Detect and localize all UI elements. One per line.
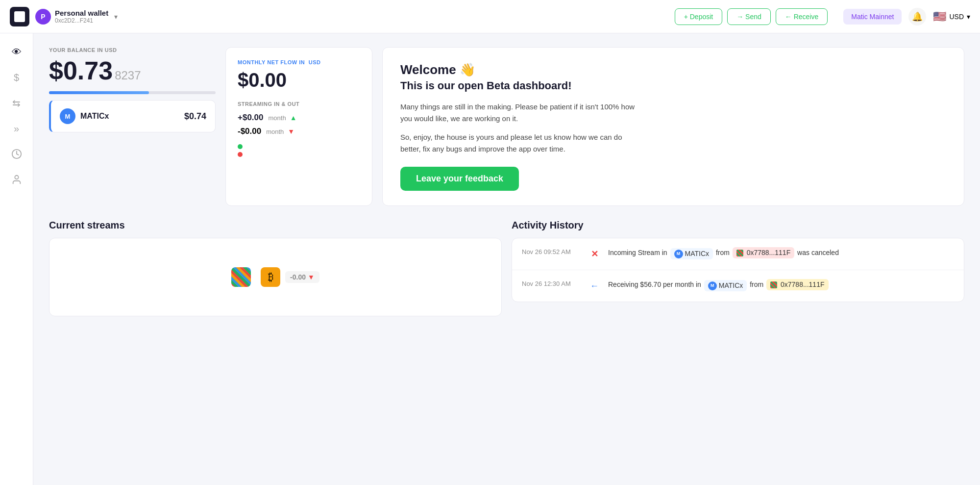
stream-visual: ₿ -0.00 ▼ xyxy=(231,267,319,287)
activity-section: Activity History Nov 26 09:52 AM ✕ Incom… xyxy=(512,220,964,316)
sidebar-item-more[interactable]: » xyxy=(6,118,27,139)
token-amount: $0.74 xyxy=(184,111,206,122)
wallet-text: Personal wallet 0xc2D2...F241 xyxy=(55,9,108,24)
activity-time-2: Nov 26 12:30 AM xyxy=(522,280,581,287)
top-nav: P Personal wallet 0xc2D2...F241 ▾ + Depo… xyxy=(0,0,980,33)
balance-bar-track xyxy=(49,91,216,94)
svg-point-1 xyxy=(15,176,18,179)
welcome-body-2: So, enjoy, the house is yours and please… xyxy=(400,131,636,155)
activity-address-badge-1: 0x7788...111F xyxy=(733,247,794,258)
balance-amount: $0.73 8237 xyxy=(49,56,216,85)
activity-row-2: Nov 26 12:30 AM ← Receiving $56.70 per m… xyxy=(512,270,964,302)
activity-address-badge-2: 0x7788...111F xyxy=(766,279,828,290)
streams-title: Current streams xyxy=(49,220,502,231)
deposit-button[interactable]: + Deposit xyxy=(675,8,723,25)
activity-token-badge-1: M MATICx xyxy=(670,248,713,259)
streams-card: ₿ -0.00 ▼ xyxy=(49,238,502,316)
activity-cancel-icon: ✕ xyxy=(588,247,601,261)
activity-desc-2: Receiving $56.70 per month in M MATICx f… xyxy=(608,279,954,291)
balance-bar-fill xyxy=(49,91,149,94)
main-layout: 👁 $ ⇆ » YOUR BALANCE IN USD $0.73 8237 xyxy=(0,33,980,485)
stream-receiver-avatar: ₿ xyxy=(261,267,280,287)
sidebar-item-eye[interactable]: 👁 xyxy=(6,41,27,63)
wallet-address: 0xc2D2...F241 xyxy=(55,17,108,24)
activity-time-1: Nov 26 09:52 AM xyxy=(522,248,581,255)
logo-icon xyxy=(14,11,25,22)
welcome-card: Welcome 👋 This is our open Beta dashboar… xyxy=(382,47,964,206)
stream-out-row: -$0.00 month ▼ xyxy=(238,127,360,136)
send-button[interactable]: → Send xyxy=(727,8,771,25)
wallet-selector[interactable]: P Personal wallet 0xc2D2...F241 ▾ xyxy=(35,9,118,25)
stream-badge-amount: -0.00 xyxy=(290,273,306,281)
stream-out-period: month xyxy=(266,128,284,135)
balance-label: YOUR BALANCE IN USD xyxy=(49,47,216,53)
balance-small-value: 8237 xyxy=(115,69,141,82)
activity-row: Nov 26 09:52 AM ✕ Incoming Stream in M M… xyxy=(512,238,964,270)
sidebar-item-history[interactable] xyxy=(6,143,27,165)
sidebar-item-transfer[interactable]: ⇆ xyxy=(6,92,27,114)
receive-button[interactable]: ← Receive xyxy=(776,8,828,25)
dot-green-icon xyxy=(238,144,243,149)
main-content: YOUR BALANCE IN USD $0.73 8237 M MATICx … xyxy=(33,33,980,485)
nav-actions: + Deposit → Send ← Receive xyxy=(675,8,828,25)
stream-dots xyxy=(238,144,360,157)
welcome-title: Welcome 👋 xyxy=(400,62,946,77)
feedback-button[interactable]: Leave your feedback xyxy=(400,167,519,191)
activity-token-badge-2: M MATICx xyxy=(704,280,747,291)
notification-bell-button[interactable]: 🔔 xyxy=(908,8,926,26)
network-button[interactable]: Matic Mainnet xyxy=(843,9,902,25)
activity-title: Activity History xyxy=(512,220,964,231)
balance-big-value: $0.73 xyxy=(49,56,113,85)
sidebar-item-dollar[interactable]: $ xyxy=(6,67,27,88)
wallet-avatar: P xyxy=(35,9,51,25)
activity-arrow-icon: ← xyxy=(588,279,601,293)
flow-card: MONTHLY NET FLOW IN USD $0.00 STREAMING … xyxy=(225,47,372,206)
token-info: M MATICx xyxy=(60,108,109,124)
dot-red-icon xyxy=(238,152,243,157)
welcome-body-1: Many things are still in the making. Ple… xyxy=(400,101,636,125)
stream-sender-avatar xyxy=(231,267,251,287)
mini-token-icon: M xyxy=(674,250,683,258)
activity-card: Nov 26 09:52 AM ✕ Incoming Stream in M M… xyxy=(512,238,964,302)
flow-amount: $0.00 xyxy=(238,69,360,91)
flag-icon: 🇺🇸 xyxy=(933,10,946,23)
wallet-name: Personal wallet xyxy=(55,9,108,17)
nav-right: Matic Mainnet 🔔 🇺🇸 USD ▾ xyxy=(843,8,970,26)
welcome-subtitle: This is our open Beta dashboard! xyxy=(400,79,946,92)
stream-out-amount: -$0.00 xyxy=(238,127,261,136)
currency-chevron-down-icon: ▾ xyxy=(967,13,970,21)
stream-in-amount: +$0.00 xyxy=(238,113,263,123)
stream-amount-badge: -0.00 ▼ xyxy=(285,271,319,283)
stream-down-arrow-icon: ▼ xyxy=(288,128,294,135)
streaming-label: STREAMING IN & OUT xyxy=(238,101,360,107)
token-icon: M xyxy=(60,108,75,124)
app-logo xyxy=(10,7,29,26)
sidebar: 👁 $ ⇆ » xyxy=(0,33,33,485)
left-arrow-icon: ← xyxy=(590,281,599,291)
wallet-chevron-down-icon[interactable]: ▾ xyxy=(114,13,118,21)
stream-up-arrow-icon: ▲ xyxy=(290,114,297,122)
currency-label: USD xyxy=(949,13,964,21)
streams-section: Current streams ₿ -0.00 ▼ xyxy=(49,220,502,316)
token-name: MATICx xyxy=(80,112,109,121)
flow-label: MONTHLY NET FLOW IN USD xyxy=(238,59,360,65)
stream-in-period: month xyxy=(268,114,286,122)
stream-in-row: +$0.00 month ▲ xyxy=(238,113,360,123)
sender-avatar-img xyxy=(231,267,251,287)
balance-bar-wrapper xyxy=(49,91,216,94)
bottom-section: Current streams ₿ -0.00 ▼ xyxy=(49,220,964,316)
currency-selector[interactable]: 🇺🇸 USD ▾ xyxy=(933,10,970,23)
x-icon: ✕ xyxy=(591,249,598,259)
balance-card: YOUR BALANCE IN USD $0.73 8237 M MATICx … xyxy=(49,47,216,206)
token-card[interactable]: M MATICx $0.74 xyxy=(49,100,216,132)
sidebar-item-profile[interactable] xyxy=(6,169,27,190)
activity-desc-1: Incoming Stream in M MATICx from 0x7788.… xyxy=(608,247,954,259)
badge-arrow-icon: ▼ xyxy=(308,273,315,281)
top-cards-row: YOUR BALANCE IN USD $0.73 8237 M MATICx … xyxy=(49,47,964,206)
mini-token-icon-2: M xyxy=(708,281,717,290)
